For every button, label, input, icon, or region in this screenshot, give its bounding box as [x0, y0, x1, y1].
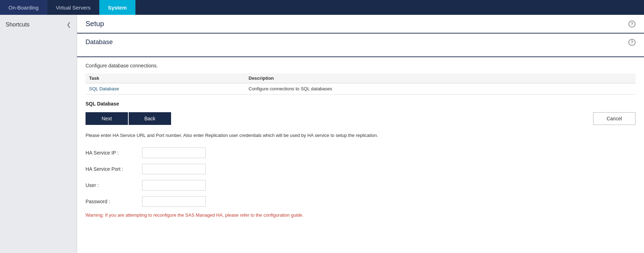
- table-row: SQL Database Configure connections to SQ…: [86, 83, 636, 95]
- col-description: Description: [245, 73, 636, 83]
- ha-service-port-group: HA Service Port :: [86, 164, 636, 174]
- password-input[interactable]: [142, 196, 206, 207]
- ha-service-ip-input[interactable]: [142, 147, 206, 158]
- main-content: Setup ? Database ? Configure database co…: [77, 15, 644, 253]
- task-description: Configure connections to SQL databases: [245, 83, 636, 95]
- setup-title: Setup: [86, 20, 104, 28]
- ha-service-port-label: HA Service Port :: [86, 166, 142, 172]
- ha-service-ip-group: HA Service IP :: [86, 147, 636, 158]
- next-button[interactable]: Next: [86, 112, 128, 125]
- form-area: Configure database connections. Task Des…: [77, 57, 644, 225]
- instruction-text: Please enter HA Service URL and Port num…: [86, 132, 636, 139]
- button-row: Next Back Cancel: [86, 112, 636, 125]
- database-header: Database ?: [86, 34, 636, 51]
- database-title: Database: [86, 38, 113, 46]
- sidebar-header: Shortcuts ❮: [0, 15, 77, 34]
- shortcuts-label: Shortcuts: [6, 22, 30, 28]
- back-button[interactable]: Back: [129, 112, 171, 125]
- ha-service-port-input[interactable]: [142, 164, 206, 174]
- password-label: Password :: [86, 199, 142, 204]
- task-table: Task Description SQL Database Configure …: [86, 73, 636, 95]
- user-group: User :: [86, 180, 636, 191]
- task-sql-database[interactable]: SQL Database: [86, 83, 245, 95]
- table-header-row: Task Description: [86, 73, 636, 83]
- user-input[interactable]: [142, 180, 206, 191]
- database-description: Configure database connections.: [86, 63, 636, 68]
- ha-service-ip-label: HA Service IP :: [86, 150, 142, 156]
- nav-system[interactable]: System: [99, 0, 135, 15]
- cancel-button[interactable]: Cancel: [593, 112, 636, 125]
- database-help-icon[interactable]: ?: [628, 39, 636, 46]
- setup-section-header: Setup ?: [77, 15, 644, 34]
- warning-text: Warning: If you are attempting to reconf…: [86, 212, 636, 218]
- user-label: User :: [86, 182, 142, 188]
- col-task: Task: [86, 73, 245, 83]
- main-layout: Shortcuts ❮ Setup ? Database ? Configure…: [0, 15, 644, 253]
- sidebar: Shortcuts ❮: [0, 15, 77, 253]
- password-group: Password :: [86, 196, 636, 207]
- sidebar-collapse-icon[interactable]: ❮: [66, 21, 71, 28]
- nav-virtual-servers[interactable]: Virtual Servers: [47, 0, 99, 15]
- nav-onboarding[interactable]: On-Boarding: [0, 0, 47, 15]
- setup-help-icon[interactable]: ?: [628, 20, 636, 28]
- sql-db-label: SQL Database: [86, 101, 636, 107]
- database-section: Database ?: [77, 34, 644, 57]
- top-nav: On-Boarding Virtual Servers System: [0, 0, 644, 15]
